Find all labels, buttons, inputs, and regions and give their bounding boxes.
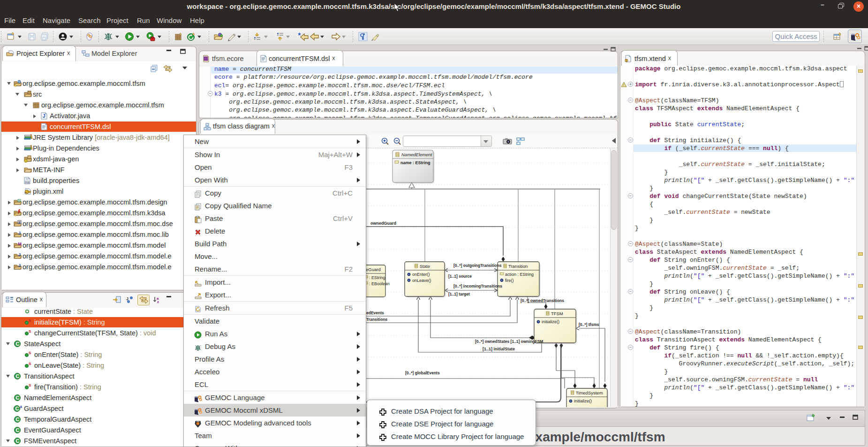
svg-text:C: C <box>16 395 20 401</box>
svg-text:!: ! <box>626 59 627 62</box>
svg-text:A: A <box>20 405 22 409</box>
svg-text:: EBoolean: : EBoolean <box>369 281 390 286</box>
svg-text:C: C <box>16 373 20 379</box>
svg-text:TimedSystem: TimedSystem <box>576 390 603 395</box>
svg-text:M: M <box>18 242 22 246</box>
svg-text:ownedGuard: ownedGuard <box>370 221 396 226</box>
svg-text:[0..*] incomingTransitions: [0..*] incomingTransitions <box>453 284 502 288</box>
svg-text:Transitions: Transitions <box>366 317 388 322</box>
svg-text:S: S <box>29 329 31 333</box>
svg-text:S: S <box>29 318 31 323</box>
svg-text:name : EString: name : EString <box>400 160 430 165</box>
svg-text:J: J <box>18 263 21 268</box>
svg-text:initialize(): initialize() <box>542 319 559 324</box>
svg-text:S: S <box>29 362 31 366</box>
svg-text:[0..*] globalEvents: [0..*] globalEvents <box>405 371 440 375</box>
svg-text:initialize(): initialize() <box>574 399 592 403</box>
svg-text:[1..1] initialState: [1..1] initialState <box>483 347 515 351</box>
svg-text:[0..*] ownedTransitions: [0..*] ownedTransitions <box>521 298 564 303</box>
svg-text:C: C <box>15 406 19 411</box>
svg-text:C: C <box>16 438 20 444</box>
svg-text:Transition: Transition <box>508 264 528 269</box>
svg-text:: EString: : EString <box>369 275 385 280</box>
svg-text:[0..*] outgoingTransitions: [0..*] outgoingTransitions <box>453 263 502 268</box>
svg-text:!: ! <box>623 83 624 87</box>
svg-text:!: ! <box>25 160 26 163</box>
svg-text:S: S <box>29 351 31 355</box>
svg-text:[1..1] source: [1..1] source <box>448 274 472 279</box>
svg-text:NamedElement: NamedElement <box>401 152 432 157</box>
svg-text:J: J <box>43 114 45 119</box>
svg-text:010: 010 <box>25 182 30 184</box>
svg-text:action : EString: action : EString <box>505 272 534 277</box>
svg-text:z: z <box>157 300 159 303</box>
svg-text:TFSM: TFSM <box>551 311 563 316</box>
svg-text:[0..*] tfsms: [0..*] tfsms <box>579 322 599 327</box>
svg-text:onLeave(): onLeave() <box>412 278 431 283</box>
svg-text:[1..1] target: [1..1] target <box>448 292 470 296</box>
svg-text:C: C <box>16 427 20 433</box>
svg-text:eGuard: eGuard <box>366 267 381 272</box>
svg-text:J: J <box>18 252 21 257</box>
svg-text:S: S <box>29 383 31 387</box>
svg-text:[0..*] ownedStates [1..1] owni: [0..*] ownedStates [1..1] owningFSM <box>475 339 543 344</box>
svg-text:J: J <box>18 231 21 235</box>
svg-text:State: State <box>420 264 430 269</box>
svg-text:edEvents: edEvents <box>366 311 384 315</box>
svg-text:E: E <box>19 221 21 224</box>
svg-text:C: C <box>16 341 20 347</box>
svg-text:onEnter(): onEnter() <box>412 272 430 277</box>
svg-text:C: C <box>16 417 20 422</box>
svg-text:fire(): fire() <box>505 278 514 283</box>
